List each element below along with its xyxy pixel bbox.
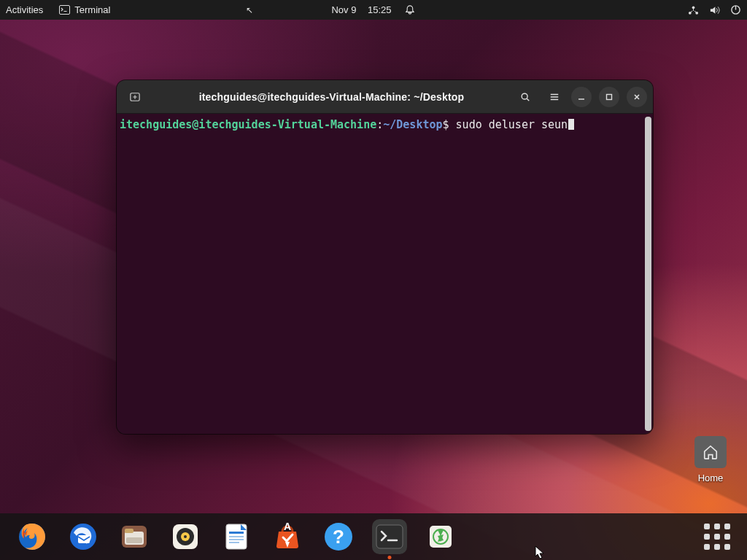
network-icon[interactable] xyxy=(688,5,699,15)
terminal-titlebar[interactable]: itechguides@itechguides-Virtual-Machine:… xyxy=(117,80,653,114)
svg-point-7 xyxy=(522,93,527,99)
window-title: itechguides@itechguides-Virtual-Machine:… xyxy=(155,91,508,103)
dock-files[interactable] xyxy=(117,519,152,554)
prompt-line: itechguides@itechguides-Virtual-Machine:… xyxy=(120,118,650,133)
svg-point-1 xyxy=(692,6,695,9)
svg-rect-0 xyxy=(60,6,70,15)
dock-thunderbird[interactable] xyxy=(66,519,101,554)
help-icon: ? xyxy=(323,521,354,552)
activities-button[interactable]: Activities xyxy=(6,4,43,15)
scrollbar[interactable] xyxy=(645,117,651,431)
search-button[interactable] xyxy=(513,86,538,108)
top-panel: Activities Terminal ↖ Nov 9 15:25 xyxy=(0,0,747,20)
show-applications-button[interactable] xyxy=(702,521,732,552)
clock[interactable]: Nov 9 15:25 xyxy=(331,4,391,15)
svg-rect-16 xyxy=(125,529,133,533)
clock-date: Nov 9 xyxy=(331,4,356,15)
terminal-icon xyxy=(59,5,70,15)
prompt-path: ~/Desktop xyxy=(383,118,442,131)
svg-rect-17 xyxy=(126,537,142,543)
files-icon xyxy=(119,521,150,552)
notifications-icon[interactable] xyxy=(405,4,416,15)
terminal-window: itechguides@itechguides-Virtual-Machine:… xyxy=(117,80,653,434)
firefox-icon xyxy=(17,521,47,552)
maximize-button[interactable] xyxy=(599,87,619,107)
svg-rect-26 xyxy=(229,542,239,543)
svg-rect-10 xyxy=(607,94,612,99)
trash-icon xyxy=(425,521,456,552)
close-button[interactable] xyxy=(627,87,647,107)
prompt-symbol: $ xyxy=(443,118,449,131)
svg-line-8 xyxy=(527,98,529,101)
dock-rhythmbox[interactable] xyxy=(168,519,203,554)
dock: A ? xyxy=(0,513,747,560)
clock-time: 15:25 xyxy=(368,4,392,15)
svg-point-21 xyxy=(184,535,187,538)
minimize-button[interactable] xyxy=(571,87,592,107)
dock-libreoffice-writer[interactable] xyxy=(219,519,254,554)
software-icon: A xyxy=(272,521,303,552)
power-icon[interactable] xyxy=(730,4,741,15)
new-tab-button[interactable] xyxy=(123,86,147,108)
prompt-user-host: itechguides@itechguides-Virtual-Machine xyxy=(120,118,376,131)
svg-rect-25 xyxy=(229,539,244,540)
terminal-body[interactable]: itechguides@itechguides-Virtual-Machine:… xyxy=(117,114,653,434)
text-cursor xyxy=(568,119,574,130)
volume-icon[interactable] xyxy=(709,5,720,15)
home-icon xyxy=(694,436,727,468)
svg-rect-30 xyxy=(376,525,403,548)
dock-help[interactable]: ? xyxy=(321,519,356,554)
dock-firefox[interactable] xyxy=(15,519,50,554)
hamburger-menu-button[interactable] xyxy=(542,86,567,108)
terminal-app-icon xyxy=(375,524,404,550)
command-text: sudo deluser seun xyxy=(456,118,568,131)
desktop-home-label: Home xyxy=(689,472,732,483)
app-menu[interactable]: Terminal xyxy=(59,4,110,15)
activities-label: Activities xyxy=(6,4,43,15)
svg-rect-23 xyxy=(229,532,244,534)
app-menu-label: Terminal xyxy=(74,4,110,15)
pointer-icon: ↖ xyxy=(246,5,253,15)
rhythmbox-icon xyxy=(170,521,201,552)
dock-software[interactable]: A xyxy=(270,519,305,554)
svg-rect-24 xyxy=(229,536,244,537)
dock-terminal[interactable] xyxy=(372,519,407,554)
svg-rect-13 xyxy=(78,535,90,543)
svg-text:?: ? xyxy=(333,526,344,548)
libreoffice-writer-icon xyxy=(221,521,252,552)
dock-trash[interactable] xyxy=(423,519,458,554)
thunderbird-icon xyxy=(68,521,98,552)
svg-text:A: A xyxy=(284,521,291,532)
desktop-home-icon[interactable]: Home xyxy=(689,436,732,483)
